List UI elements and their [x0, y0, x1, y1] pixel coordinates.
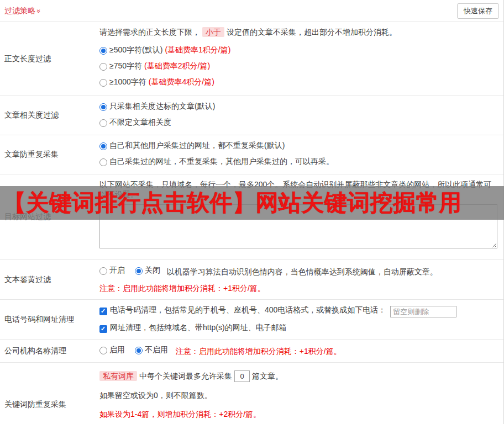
row-label: 公司机构名称清理	[0, 340, 98, 362]
porn-option-off[interactable]: 关闭	[135, 266, 160, 275]
url-clean-option[interactable]: 网址清理，包括纯域名、带http(s)的网址、电子邮箱	[99, 323, 287, 333]
row-phone-url-clean: 电话号码和网址清理 电话号码清理，包括常见的手机号、座机号、400电话格式，或替…	[0, 300, 503, 340]
max-articles-input[interactable]	[234, 370, 250, 382]
private-lexicon-tag: 私有词库	[99, 371, 137, 381]
length-radio-1000[interactable]	[99, 79, 107, 87]
option-text: 关闭	[145, 266, 160, 275]
relevance-option-any[interactable]: 不限定文章相关度	[99, 118, 171, 128]
porn-filter-desc: 以机器学习算法自动识别色情内容，当色情概率达到系统阈值，自动屏蔽文章。	[167, 267, 438, 276]
option-text: 只采集相关度达标的文章(默认)	[109, 102, 215, 112]
company-option-off[interactable]: 不启用	[135, 345, 168, 355]
row-porn-filter: 文本鉴黄过滤 开启 关闭 以机器学习算法自动识别色情内容，当色情概率达到系统阈值…	[0, 260, 503, 300]
row-label: 文本鉴黄过滤	[0, 260, 98, 299]
relevance-radio-any[interactable]	[99, 119, 107, 127]
option-text: 不限定文章相关度	[109, 118, 171, 128]
relevance-option-strict[interactable]: 只采集相关度达标的文章(默认)	[99, 102, 215, 112]
row-label: 文章相关度过滤	[0, 96, 98, 135]
row-label: 正文长度过滤	[0, 22, 98, 96]
row-label: 目标网站过滤	[0, 174, 98, 259]
relevance-radio-strict[interactable]	[99, 103, 107, 111]
keyword-line3: 如果设为1-4篇，则增加积分消耗：+2积分/篇。	[99, 410, 498, 420]
company-radio-on[interactable]	[99, 347, 107, 354]
dedupe-option-self-only[interactable]: 自己采集过的网址，不重复采集，其他用户采集过的，可以再采。	[99, 157, 334, 167]
url-clean-line: 网址清理，包括纯域名、带http(s)的网址、电子邮箱	[99, 323, 498, 333]
option-text: ≥750字符	[109, 61, 142, 71]
row-label: 关键词防重复采集	[0, 363, 98, 424]
option-text: 电话号码清理，包括常见的手机号、座机号、400电话格式，或替换成如下电话：	[110, 305, 386, 315]
intro-post: 设定值的文章不采集，超出部分不增加积分消耗。	[227, 28, 397, 36]
section-title-text: 过滤策略	[4, 6, 35, 16]
keyword-line2: 如果留空或设为0，则不限篇数。	[99, 391, 498, 401]
option-text: 自己和其他用户采集过的网址，都不重复采集(默认)	[109, 141, 285, 151]
phone-clean-line: 电话号码清理，包括常见的手机号、座机号、400电话格式，或替换成如下电话：	[99, 305, 498, 317]
keyword-line1: 私有词库中每个关键词最多允许采集篇文章。	[99, 370, 498, 382]
keyword-line1-post: 篇文章。	[252, 372, 283, 380]
porn-filter-cost-note: 注意：启用此功能将增加积分消耗：+1积分/篇。	[99, 284, 498, 294]
blocked-sites-textarea[interactable]	[99, 204, 497, 248]
option-text: 启用	[109, 345, 125, 355]
option-fee-note: (基础费率2积分/篇)	[144, 61, 210, 71]
option-text: 不启用	[145, 345, 168, 355]
option-fee-note: (基础费率1积分/篇)	[165, 45, 230, 55]
page-header: 过滤策略 » 快速保存	[0, 0, 503, 22]
option-text: 开启	[109, 266, 125, 275]
porn-radio-on[interactable]	[99, 267, 107, 275]
option-text: 网址清理，包括纯域名、带http(s)的网址、电子邮箱	[110, 323, 287, 333]
length-option-1000[interactable]: ≥1000字符 (基础费率4积分/篇)	[99, 77, 214, 87]
row-body-length-filter: 正文长度过滤 请选择需求的正文长度下限，小于设定值的文章不采集，超出部分不增加积…	[0, 22, 503, 96]
company-cost-note: 注意：启用此功能将增加积分消耗：+1积分/篇。	[176, 347, 342, 356]
length-radio-500[interactable]	[99, 47, 107, 55]
option-fee-note: (基础费率4积分/篇)	[149, 77, 214, 87]
length-intro: 请选择需求的正文长度下限，小于设定值的文章不采集，超出部分不增加积分消耗。	[99, 28, 498, 38]
intro-pre: 请选择需求的正文长度下限，	[99, 28, 200, 36]
row-label: 电话号码和网址清理	[0, 300, 98, 339]
dedupe-radio-self-only[interactable]	[99, 158, 107, 166]
option-text: ≥1000字符	[109, 77, 146, 87]
row-relevance-filter: 文章相关度过滤 只采集相关度达标的文章(默认) 不限定文章相关度	[0, 96, 503, 135]
filter-strategy-page: 过滤策略 » 快速保存 正文长度过滤 请选择需求的正文长度下限，小于设定值的文章…	[0, 0, 504, 424]
keyword-line1-mid: 中每个关键词最多允许采集	[139, 372, 232, 380]
row-keyword-dedupe: 关键词防重复采集 私有词库中每个关键词最多允许采集篇文章。 如果留空或设为0，则…	[0, 363, 503, 424]
collapse-chevron-icon: »	[35, 9, 42, 13]
row-company-clean: 公司机构名称清理 启用 不启用 注意：启用此功能将增加积分消耗：+1积分/篇。	[0, 340, 503, 363]
phone-clean-checkbox[interactable]	[99, 308, 107, 315]
url-clean-checkbox[interactable]	[99, 325, 107, 333]
quick-save-button[interactable]: 快速保存	[457, 3, 499, 19]
section-title[interactable]: 过滤策略 »	[4, 6, 41, 16]
dedupe-option-all-users[interactable]: 自己和其他用户采集过的网址，都不重复采集(默认)	[99, 141, 285, 151]
dedupe-radio-all-users[interactable]	[99, 142, 107, 150]
row-dedupe-filter: 文章防重复采集 自己和其他用户采集过的网址，都不重复采集(默认) 自己采集过的网…	[0, 135, 503, 174]
option-text: 自己采集过的网址，不重复采集，其他用户采集过的，可以再采。	[109, 157, 334, 167]
company-option-on[interactable]: 启用	[99, 345, 125, 355]
option-text: ≥500字符(默认)	[109, 45, 162, 55]
less-than-tag: 小于	[202, 27, 224, 37]
porn-options-line: 开启 关闭 以机器学习算法自动识别色情内容，当色情概率达到系统阈值，自动屏蔽文章…	[99, 266, 498, 277]
porn-radio-off[interactable]	[135, 267, 143, 275]
porn-option-on[interactable]: 开启	[99, 266, 125, 275]
length-option-750[interactable]: ≥750字符 (基础费率2积分/篇)	[99, 61, 210, 71]
target-site-intro: 以下网站不采集，只填域名，每行一个，最多200个。系统会自动识别并屏蔽那些非文章…	[99, 180, 496, 200]
row-label: 文章防重复采集	[0, 135, 98, 174]
company-options-line: 启用 不启用 注意：启用此功能将增加积分消耗：+1积分/篇。	[99, 345, 498, 357]
row-target-site-filter: 目标网站过滤 以下网站不采集，只填域名，每行一个，最多200个。系统会自动识别并…	[0, 174, 503, 260]
company-radio-off[interactable]	[135, 347, 143, 354]
replacement-phone-input[interactable]	[390, 306, 456, 317]
length-option-500[interactable]: ≥500字符(默认) (基础费率1积分/篇)	[99, 45, 230, 55]
length-radio-750[interactable]	[99, 63, 107, 71]
phone-clean-option[interactable]: 电话号码清理，包括常见的手机号、座机号、400电话格式，或替换成如下电话：	[99, 305, 386, 315]
